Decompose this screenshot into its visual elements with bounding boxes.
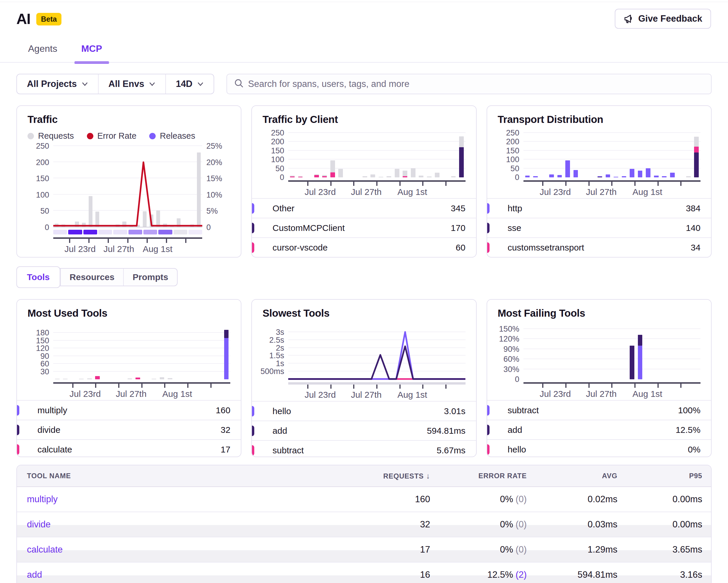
error-count[interactable]: (2)	[516, 569, 527, 580]
legend-row[interactable]: sse 140	[487, 218, 711, 237]
legend-row[interactable]: customssetransport 34	[487, 237, 711, 257]
tab-mcp[interactable]: MCP	[80, 43, 104, 62]
bar-segment	[290, 176, 295, 177]
legend-row[interactable]: hello 0%	[487, 439, 711, 457]
tab-resources[interactable]: Resources	[60, 269, 123, 286]
legend-row[interactable]: CustomMCPClient 170	[252, 218, 476, 237]
legend-label: add	[508, 425, 522, 435]
tool-link[interactable]: calculate	[27, 544, 345, 555]
bar-segment	[224, 330, 229, 338]
bar-segment	[662, 176, 667, 177]
legend-row[interactable]: calculate 17	[17, 439, 241, 457]
bar-segment	[533, 176, 538, 177]
col-error-rate[interactable]: ERROR RATE	[430, 472, 527, 480]
legend-row[interactable]: add 12.5%	[487, 420, 711, 439]
bar-segment	[525, 176, 530, 177]
give-feedback-button[interactable]: Give Feedback	[615, 9, 711, 29]
col-avg[interactable]: AVG	[527, 472, 617, 480]
legend-label: Other	[272, 203, 294, 213]
legend-row[interactable]: subtract 100%	[487, 400, 711, 420]
legend-label: hello	[508, 445, 526, 455]
bar-segment	[435, 173, 440, 177]
slowest-tools-chart: 500ms1s1.5s2s2.5s3s Jul 23rdJul 27thAug …	[262, 329, 465, 401]
date-range-dropdown[interactable]: 14D	[165, 74, 214, 94]
tool-link[interactable]: multiply	[27, 494, 345, 505]
table-row[interactable]: calculate 17 0% (0) 1.29ms 3.65ms	[17, 537, 711, 562]
col-tool-name[interactable]: TOOL NAME	[27, 472, 345, 480]
x-axis-label: Jul 27th	[586, 187, 617, 197]
bar-segment	[565, 160, 570, 177]
legend-label: add	[272, 426, 287, 436]
table-row[interactable]: add 16 12.5% (2) 594.81ms 3.16s	[17, 562, 711, 583]
legend-value: 32	[220, 425, 230, 435]
avg-cell: 594.81ms	[527, 569, 617, 580]
legend-row[interactable]: subtract 5.67ms	[252, 440, 476, 457]
bar-segment	[135, 378, 140, 379]
legend-value: 17	[220, 445, 230, 455]
bar-segment	[314, 175, 319, 178]
tab-tools[interactable]: Tools	[17, 266, 60, 288]
bar-segment	[686, 176, 691, 177]
envs-filter-dropdown[interactable]: All Envs	[98, 74, 165, 94]
p95-cell: 0.00ms	[617, 519, 702, 530]
tab-prompts[interactable]: Prompts	[123, 269, 177, 286]
tools-charts-row: Most Used Tools 306090120150180 Jul 23rd…	[17, 299, 711, 457]
bar-segment	[598, 177, 602, 177]
error-rate-cell: 0% (0)	[430, 544, 527, 555]
legend-row[interactable]: divide 32	[17, 420, 241, 439]
legend-item[interactable]: Releases	[149, 131, 195, 141]
requests-cell: 160	[345, 494, 430, 505]
tools-table: TOOL NAME REQUESTS↓ ERROR RATE AVG P95 m…	[17, 465, 711, 583]
tab-agents[interactable]: Agents	[26, 43, 59, 62]
legend-row[interactable]: Other 345	[252, 198, 476, 218]
bar-segment	[387, 176, 391, 177]
legend-row[interactable]: multiply 160	[17, 400, 241, 420]
traffic-chart: 050100150200250 Jul 23rdJul 27thAug 1st …	[27, 146, 230, 255]
legend-value: 0%	[688, 445, 701, 455]
bar-segment	[549, 174, 554, 177]
legend-row[interactable]: hello 3.01s	[252, 401, 476, 421]
legend-label: hello	[272, 406, 291, 416]
beta-badge: Beta	[36, 13, 61, 25]
bar-segment	[419, 176, 423, 177]
x-axis-label: Aug 1st	[633, 389, 662, 399]
search-input[interactable]	[227, 74, 711, 94]
legend-value: 3.01s	[444, 406, 465, 416]
card-title: Transport Distribution	[498, 113, 701, 125]
legend-item[interactable]: Requests	[27, 131, 74, 141]
tool-link[interactable]: add	[27, 569, 345, 580]
traffic-by-client-chart: 050100150200250 Jul 23rdJul 27thAug 1st	[262, 133, 465, 198]
error-count: (0)	[516, 494, 527, 504]
sort-descending-icon: ↓	[426, 472, 430, 480]
col-p95[interactable]: P95	[617, 472, 702, 480]
bar-segment	[290, 176, 295, 176]
series-color-chip	[251, 426, 254, 436]
legend-value: 60	[456, 243, 465, 253]
col-requests[interactable]: REQUESTS↓	[345, 472, 430, 481]
bar-segment	[160, 377, 164, 379]
bar-segment	[79, 379, 84, 379]
legend-row[interactable]: cursor-vscode 60	[252, 237, 476, 257]
legend-label: sse	[508, 223, 521, 233]
most-used-tools-card: Most Used Tools 306090120150180 Jul 23rd…	[17, 299, 241, 457]
legend-value: 170	[451, 223, 466, 233]
bar-segment	[379, 177, 383, 177]
table-row[interactable]: multiply 160 0% (0) 0.02ms 0.00ms	[17, 487, 711, 512]
projects-filter-dropdown[interactable]: All Projects	[17, 74, 98, 94]
requests-cell: 32	[345, 519, 430, 530]
legend-item[interactable]: Error Rate	[87, 131, 137, 141]
bar-segment	[87, 378, 92, 379]
legend-value: 345	[451, 203, 466, 213]
error-count: (0)	[516, 544, 527, 555]
table-row[interactable]: divide 32 0% (0) 0.03ms 0.00ms	[17, 512, 711, 537]
most-used-tools-chart: 306090120150180 Jul 23rdJul 27thAug 1st	[27, 329, 230, 400]
legend-row[interactable]: http 384	[487, 198, 711, 218]
legend-value: 100%	[678, 405, 701, 415]
legend-label: divide	[37, 425, 60, 435]
legend-row[interactable]: add 594.81ms	[252, 421, 476, 440]
bar-segment	[314, 174, 319, 175]
tool-link[interactable]: divide	[27, 519, 345, 530]
card-title: Traffic	[27, 113, 230, 125]
line-series	[53, 146, 202, 227]
series-color-chip	[17, 444, 19, 455]
